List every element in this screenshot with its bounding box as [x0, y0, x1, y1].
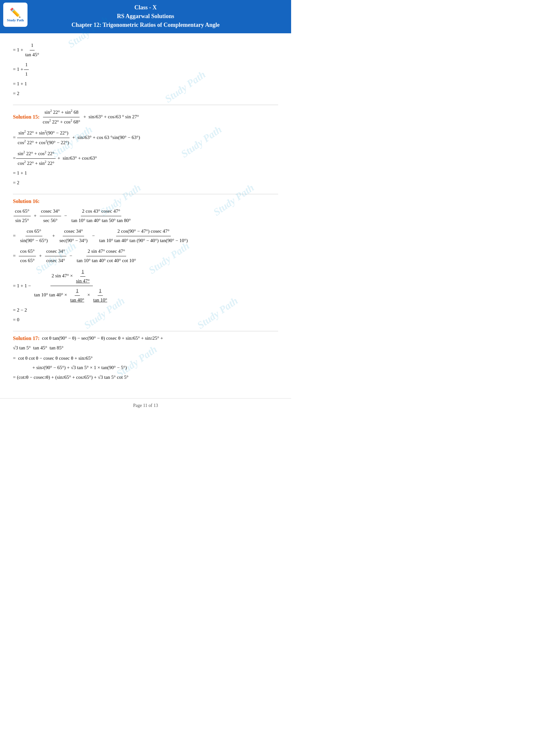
header-line1: Class - X — [0, 3, 291, 12]
frac-cosec34-cosec34: cosec 34° cosec 34° — [45, 247, 66, 265]
frac-2cos43cosec47-main: 2 cos 43° cosec 47° tan 10° tan 40° tan … — [70, 207, 132, 225]
sol16-step2: = cos 65° cos 65° + cosec 34° cosec 34° … — [13, 247, 278, 265]
sol17-step1: = cot θ cot θ − cosec θ cosec θ + sin2 6… — [13, 354, 278, 363]
header-line2: RS Aggarwal Solutions — [0, 12, 291, 21]
sol16-label: Solution 16: — [13, 197, 40, 205]
frac-sin2-22-sin2-68: sin2 22° + sin2 68 cos2 22° + cos2 68° — [42, 108, 81, 126]
frac-cos65-sin25: cos 65° sin 25° — [14, 207, 31, 225]
frac-1-sin47: 1 sin 47° — [75, 267, 91, 285]
sol17-step3: = (cot2 θ − cosec2 θ) + (sin2 65° + cos2… — [13, 373, 278, 382]
frac-1-tan40: 1 tan 40° — [69, 286, 85, 305]
header-line3: Chapter 12: Trigonometric Ratios of Comp… — [0, 21, 291, 29]
frac-2sin47cosec47: 2 sin 47° cosec 47° tan 10° tan 40° cot … — [75, 247, 137, 265]
logo: ✏️ Study Path — [3, 3, 27, 27]
sol17-step2: + sin2(90° − 65°) + √3 tan 5° × 1 × tan(… — [32, 364, 278, 372]
eq-1plus1: = 1 + 1 — [13, 80, 278, 88]
sol16-step3: = 1 + 1 − 2 sin 47° × 1 sin 47° tan 10° … — [13, 267, 278, 305]
sol15-label: Solution 15: — [13, 113, 40, 121]
frac-cosec34-sec90-34: cosec 34° sec(90° − 34°) — [58, 227, 89, 245]
solution-17: Solution 17: cot θ tan(90° − θ) − sec(90… — [13, 334, 278, 381]
sol15-step4: = 2 — [13, 179, 278, 187]
frac-2cos90m47-step1: 2 cos(90° − 47°) cosec 47° tan 10° tan 4… — [98, 227, 189, 245]
eq-tan45-line2: = 1 + 1 1 — [13, 61, 278, 79]
sol17-label: Solution 17: — [13, 334, 40, 343]
sol16-title: Solution 16: — [13, 197, 278, 205]
frac-2sin47-step3: 2 sin 47° × 1 sin 47° tan 10° tan 40° × … — [33, 267, 110, 305]
sol16-step4: = 2 − 2 — [13, 306, 278, 314]
sol16-main-expr: cos 65° sin 25° + cosec 34° sec 56° − 2 … — [13, 207, 278, 225]
sol15-title-line: Solution 15: sin2 22° + sin2 68 cos2 22°… — [13, 108, 278, 126]
sol15-step2: = sin2 22° + cos2 22° cos2 22° + sin2 22… — [13, 149, 278, 168]
frac-1-1: 1 1 — [24, 61, 29, 79]
sol16-step1: = cos 65° sin(90° − 65°) + cosec 34° sec… — [13, 227, 278, 245]
sol16-step5: = 0 — [13, 316, 278, 324]
frac-step1: sin2 22° + sin2(90° − 22°) cos2 22° + co… — [16, 128, 70, 147]
frac-1-tan45: 1 tan 45° — [24, 41, 41, 59]
solution-16: Solution 16: cos 65° sin 25° + cosec 34°… — [13, 197, 278, 324]
frac-cos65-sin90-65: cos 65° sin(90° − 65°) — [19, 227, 49, 245]
frac-1-tan10: 1 tan 10° — [92, 286, 108, 305]
frac-cosec34-sec56: cosec 34° sec 56° — [40, 207, 61, 225]
header-title: Class - X RS Aggarwal Solutions Chapter … — [0, 3, 291, 29]
logo-icon: ✏️ — [10, 8, 21, 18]
eq-equals2-prev: = 2 — [13, 90, 278, 98]
eq-tan45-line1: = 1 + 1 tan 45° — [13, 41, 278, 59]
logo-text: Study Path — [7, 18, 24, 22]
page-header: ✏️ Study Path Class - X RS Aggarwal Solu… — [0, 0, 291, 33]
frac-step2: sin2 22° + cos2 22° cos2 22° + sin2 22° — [16, 149, 55, 168]
sol15-step3: = 1 + 1 — [13, 169, 278, 177]
solution-prev-continuation: = 1 + 1 tan 45° = 1 + 1 1 = 1 + 1 = 2 — [13, 41, 278, 97]
page-number: Page 11 of 13 — [133, 403, 158, 408]
sol17-title-line2: √3 tan 5° tan 45° tan 85° — [13, 344, 278, 352]
page-footer: Page 11 of 13 — [0, 398, 291, 411]
solution-15: Solution 15: sin2 22° + sin2 68 cos2 22°… — [13, 108, 278, 187]
frac-cos65-cos65: cos 65° cos 65° — [19, 247, 36, 265]
sol15-step1: = sin2 22° + sin2(90° − 22°) cos2 22° + … — [13, 128, 278, 147]
sol17-title-line: Solution 17: cot θ tan(90° − θ) − sec(90… — [13, 334, 278, 343]
page-content: = 1 + 1 tan 45° = 1 + 1 1 = 1 + 1 = 2 So… — [0, 33, 291, 395]
